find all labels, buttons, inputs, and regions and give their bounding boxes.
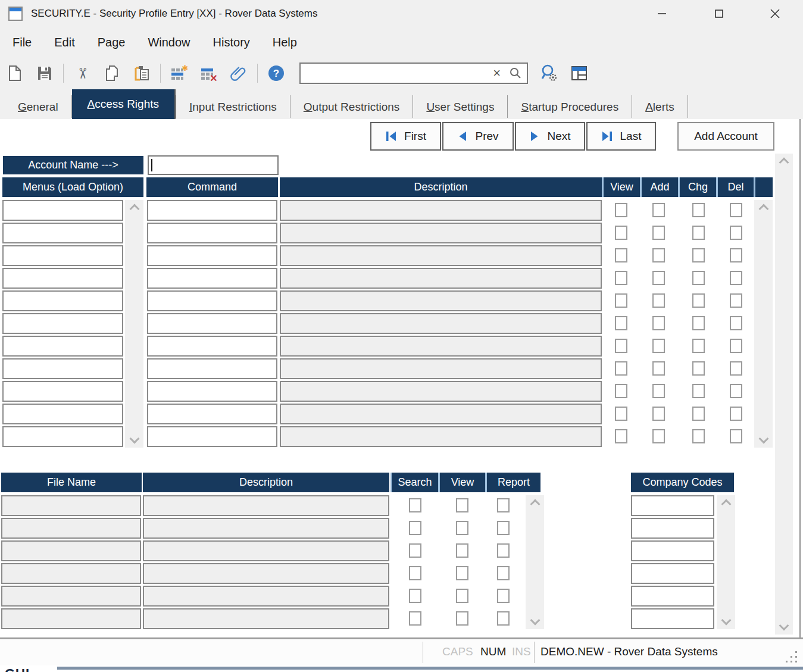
scroll-down-icon[interactable] [721,615,731,626]
company-code-input[interactable] [631,586,714,607]
view-checkbox[interactable] [615,339,627,353]
clear-search-icon[interactable]: × [493,67,501,80]
tab-output-restrictions[interactable]: Output Restrictions [290,95,413,119]
command-input[interactable] [147,268,277,289]
account-name-input[interactable] [149,157,277,174]
company-code-input[interactable] [631,495,714,516]
command-input[interactable] [147,245,277,266]
search-input[interactable] [305,67,493,80]
company-code-input[interactable] [631,563,714,584]
chg-checkbox[interactable] [692,203,705,217]
command-input[interactable] [147,336,277,357]
menu-load-option-input[interactable] [2,426,123,447]
command-input[interactable] [147,404,277,424]
add-checkbox[interactable] [652,361,665,376]
add-checkbox[interactable] [652,384,665,398]
add-account-button[interactable]: Add Account [677,122,774,151]
add-checkbox[interactable] [652,293,665,308]
chg-checkbox[interactable] [692,339,705,353]
command-input[interactable] [147,290,277,311]
company-codes-scrollbar[interactable] [717,495,735,629]
search-icon[interactable] [509,67,522,80]
account-lookup-button[interactable] [538,62,561,85]
menu-load-option-input[interactable] [2,245,123,266]
cut-button[interactable]: ✂ [70,62,94,85]
paste-button[interactable] [130,62,154,85]
view-checkbox[interactable] [615,429,627,443]
scroll-up-icon[interactable] [779,158,789,168]
del-checkbox[interactable] [730,407,742,421]
scroll-up-icon[interactable] [129,204,139,214]
menu-page[interactable]: Page [86,36,137,49]
menu-history[interactable]: History [202,36,261,49]
menu-edit[interactable]: Edit [43,36,86,49]
command-input[interactable] [147,426,277,447]
account-name-field[interactable] [148,155,279,175]
delete-line-button[interactable]: ✕ [197,62,221,85]
del-checkbox[interactable] [730,361,742,376]
add-checkbox[interactable] [652,271,665,285]
del-checkbox[interactable] [730,226,742,240]
menu-window[interactable]: Window [136,36,201,49]
add-checkbox[interactable] [652,407,665,421]
tab-startup-procedures[interactable]: Startup Procedures [508,95,632,119]
menu-load-option-input[interactable] [2,358,123,379]
del-checkbox[interactable] [730,384,742,398]
scroll-down-icon[interactable] [129,434,139,444]
minimize-button[interactable] [644,0,680,27]
command-input[interactable] [147,200,277,221]
next-record-button[interactable]: Next [515,122,585,151]
command-input[interactable] [147,313,277,334]
layout-button[interactable] [567,62,591,85]
chg-checkbox[interactable] [692,271,705,285]
tab-access-rights[interactable]: Access Rights [72,89,176,119]
chg-checkbox[interactable] [692,407,705,421]
resize-grip[interactable] [795,661,797,662]
rights-grid-scrollbar[interactable] [754,200,773,448]
menu-file[interactable]: File [1,36,43,49]
last-record-button[interactable]: Last [586,122,656,151]
menu-load-option-input[interactable] [2,290,123,311]
menu-load-option-input[interactable] [2,223,123,243]
maximize-button[interactable] [701,0,737,27]
add-checkbox[interactable] [652,316,665,330]
first-record-button[interactable]: First [370,122,441,151]
del-checkbox[interactable] [730,339,742,353]
menu-load-option-input[interactable] [2,381,123,402]
help-button[interactable]: ? [264,62,288,85]
del-checkbox[interactable] [730,293,742,308]
del-checkbox[interactable] [730,429,742,443]
command-input[interactable] [147,381,277,402]
scroll-up-icon[interactable] [758,204,768,214]
del-checkbox[interactable] [730,248,742,262]
del-checkbox[interactable] [730,316,742,330]
view-checkbox[interactable] [615,271,627,285]
view-checkbox[interactable] [615,248,627,262]
chg-checkbox[interactable] [692,361,705,376]
view-checkbox[interactable] [615,226,627,240]
view-checkbox[interactable] [615,293,627,308]
copy-button[interactable] [100,62,124,85]
company-code-input[interactable] [631,608,714,629]
save-button[interactable] [33,62,57,85]
company-code-input[interactable] [631,518,714,539]
view-checkbox[interactable] [615,407,627,421]
view-checkbox[interactable] [615,203,627,217]
chg-checkbox[interactable] [692,316,705,330]
files-grid-scrollbar[interactable] [526,495,544,629]
menu-load-option-input[interactable] [2,200,123,221]
prev-record-button[interactable]: Prev [442,122,514,151]
chg-checkbox[interactable] [692,384,705,398]
command-input[interactable] [147,358,277,379]
view-checkbox[interactable] [615,361,627,376]
scroll-up-icon[interactable] [530,499,540,510]
view-checkbox[interactable] [615,384,627,398]
del-checkbox[interactable] [730,271,742,285]
menu-help[interactable]: Help [261,36,308,49]
insert-line-button[interactable]: ✱ [167,62,191,85]
company-code-input[interactable] [631,540,714,561]
menu-load-option-input[interactable] [2,404,123,424]
scroll-down-icon[interactable] [758,434,768,444]
menus-scrollbar[interactable] [125,200,143,448]
scroll-down-icon[interactable] [779,621,789,631]
